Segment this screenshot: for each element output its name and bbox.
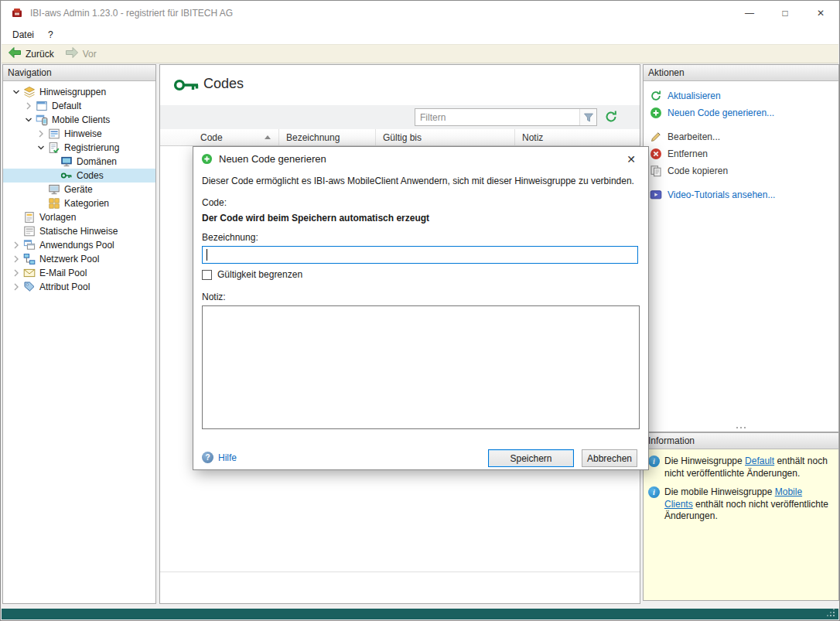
tree-item-default[interactable]: Default bbox=[3, 99, 155, 113]
validity-checkbox[interactable] bbox=[202, 270, 212, 280]
dialog-close-button[interactable]: ✕ bbox=[620, 150, 642, 169]
close-button[interactable]: ✕ bbox=[803, 1, 838, 26]
chevron-right-icon[interactable] bbox=[9, 239, 23, 251]
menu-datei[interactable]: Datei bbox=[5, 27, 41, 43]
tree-item-domaenen[interactable]: Domänen bbox=[3, 155, 155, 169]
chevron-right-icon[interactable] bbox=[22, 100, 36, 112]
tree-item-hinweisgruppen[interactable]: Hinweisgruppen bbox=[3, 85, 155, 99]
tree-item-label: E-Mail Pool bbox=[39, 268, 87, 278]
chevron-down-icon[interactable] bbox=[34, 142, 48, 154]
action-label: Aktualisieren bbox=[668, 90, 721, 101]
column-label: Bezeichnung bbox=[286, 132, 340, 143]
action-entfernen[interactable]: Entfernen bbox=[644, 145, 838, 162]
action-neuen-code-generieren[interactable]: Neuen Code generieren... bbox=[644, 104, 838, 121]
edit-pencil-icon bbox=[650, 131, 662, 143]
chevron-right-icon[interactable] bbox=[9, 267, 23, 279]
action-bearbeiten[interactable]: Bearbeiten... bbox=[644, 128, 838, 145]
action-video-tutorials[interactable]: Video-Tutorials ansehen... bbox=[644, 186, 838, 203]
notiz-textarea[interactable] bbox=[202, 305, 640, 429]
tree-item-hinweise[interactable]: Hinweise bbox=[3, 127, 155, 141]
filter-funnel-icon[interactable] bbox=[579, 109, 596, 125]
network-pool-icon bbox=[23, 253, 36, 265]
chevron-down-icon[interactable] bbox=[9, 86, 23, 98]
help-link[interactable]: ? Hilfe bbox=[202, 452, 237, 463]
refresh-icon bbox=[650, 90, 662, 102]
resize-grip[interactable] bbox=[833, 615, 835, 616]
window-icon bbox=[36, 100, 48, 112]
tree-item-vorlagen[interactable]: Vorlagen bbox=[3, 210, 155, 224]
action-code-kopieren[interactable]: Code kopieren bbox=[644, 162, 838, 179]
menubar: Datei ? bbox=[2, 26, 838, 44]
text-caret bbox=[207, 249, 207, 261]
chevron-spacer bbox=[46, 169, 60, 182]
template-icon bbox=[23, 211, 36, 223]
column-label: Notiz bbox=[522, 132, 543, 143]
panel-splitter-grip[interactable] bbox=[740, 427, 742, 428]
table-header: Code Bezeichnung Gültig bis Notiz bbox=[160, 129, 640, 146]
tree-item-statische-hinweise[interactable]: Statische Hinweise bbox=[3, 224, 155, 238]
tree-item-label: Attribut Pool bbox=[39, 281, 90, 292]
tree-item-label: Kategorien bbox=[64, 198, 109, 209]
information-body: i Die Hinweisgruppe Default enthält noch… bbox=[644, 449, 838, 600]
minimize-button[interactable]: — bbox=[732, 1, 767, 26]
app-icon bbox=[11, 7, 23, 19]
tree-item-attribut-pool[interactable]: Attribut Pool bbox=[3, 280, 155, 294]
filter-input[interactable] bbox=[415, 108, 597, 126]
chevron-right-icon[interactable] bbox=[9, 281, 23, 293]
tree-item-kategorien[interactable]: Kategorien bbox=[3, 196, 155, 210]
app-window: IBI-aws Admin 1.23.0 - registriert für I… bbox=[0, 0, 840, 621]
bezeichnung-input[interactable] bbox=[202, 246, 638, 264]
action-aktualisieren[interactable]: Aktualisieren bbox=[644, 87, 838, 104]
window-controls: — □ ✕ bbox=[732, 1, 838, 26]
cancel-button[interactable]: Abbrechen bbox=[582, 449, 637, 467]
actions-list: Aktualisieren Neuen Code generieren... B… bbox=[644, 81, 838, 203]
tree-item-geraete[interactable]: Geräte bbox=[3, 183, 155, 196]
dialog-description: Dieser Code ermöglicht es IBI-aws Mobile… bbox=[202, 176, 634, 186]
titlebar: IBI-aws Admin 1.23.0 - registriert für I… bbox=[2, 1, 838, 26]
back-button[interactable]: Zurück bbox=[8, 46, 54, 61]
maximize-button[interactable]: □ bbox=[767, 1, 803, 26]
column-header-bezeichnung[interactable]: Bezeichnung bbox=[279, 129, 376, 145]
tree-item-label: Netzwerk Pool bbox=[39, 254, 99, 264]
forward-button[interactable]: Vor bbox=[65, 46, 97, 61]
save-button[interactable]: Speichern bbox=[488, 449, 574, 467]
validity-checkbox-row[interactable]: Gültigkeit begrenzen bbox=[202, 269, 302, 280]
tree-item-label: Statische Hinweise bbox=[39, 226, 118, 237]
refresh-icon[interactable] bbox=[604, 110, 620, 125]
chevron-right-icon[interactable] bbox=[9, 253, 23, 265]
validity-checkbox-label: Gültigkeit begrenzen bbox=[217, 269, 302, 280]
notiz-label: Notiz: bbox=[202, 292, 226, 302]
info-text: Die Hinweisgruppe Default enthält noch n… bbox=[664, 456, 828, 479]
navigation-panel: Navigation Hinweisgruppen Default Mobile… bbox=[2, 64, 156, 604]
information-panel: Information i Die Hinweisgruppe Default … bbox=[643, 432, 839, 601]
action-label: Neuen Code generieren... bbox=[668, 107, 774, 118]
info-item-mobile-clients: i Die mobile Hinweisgruppe Mobile Client… bbox=[648, 486, 834, 523]
tree-item-registrierung[interactable]: Registrierung bbox=[3, 141, 155, 155]
info-text-prefix: Die Hinweisgruppe bbox=[664, 456, 745, 466]
chevron-spacer bbox=[34, 197, 48, 210]
tree-item-email-pool[interactable]: E-Mail Pool bbox=[3, 266, 155, 280]
chevron-down-icon[interactable] bbox=[22, 114, 36, 126]
column-label: Code bbox=[200, 132, 223, 143]
info-link-default[interactable]: Default bbox=[745, 456, 774, 466]
column-header-gueltig-bis[interactable]: Gültig bis bbox=[376, 129, 515, 145]
actions-panel: Aktionen Aktualisieren Neuen Code generi… bbox=[643, 64, 839, 432]
video-icon bbox=[650, 189, 662, 201]
menu-help[interactable]: ? bbox=[41, 27, 60, 43]
category-icon bbox=[48, 197, 60, 210]
tree-item-netzwerk-pool[interactable]: Netzwerk Pool bbox=[3, 252, 155, 266]
navigation-header-label: Navigation bbox=[8, 67, 52, 78]
tree-item-label: Vorlagen bbox=[39, 212, 76, 223]
column-header-code[interactable]: Code bbox=[160, 129, 279, 145]
email-pool-icon bbox=[23, 267, 36, 279]
tree-item-codes[interactable]: Codes bbox=[3, 169, 155, 183]
tree-item-label: Hinweise bbox=[64, 128, 102, 139]
chevron-spacer bbox=[34, 183, 48, 196]
attribute-pool-icon bbox=[23, 281, 36, 293]
dialog-title: Neuen Code generieren bbox=[219, 153, 326, 165]
help-label: Hilfe bbox=[218, 452, 237, 463]
column-header-notiz[interactable]: Notiz bbox=[515, 129, 640, 145]
tree-item-anwendungs-pool[interactable]: Anwendungs Pool bbox=[3, 238, 155, 252]
tree-item-mobile-clients[interactable]: Mobile Clients bbox=[3, 113, 155, 127]
chevron-right-icon[interactable] bbox=[34, 128, 48, 140]
